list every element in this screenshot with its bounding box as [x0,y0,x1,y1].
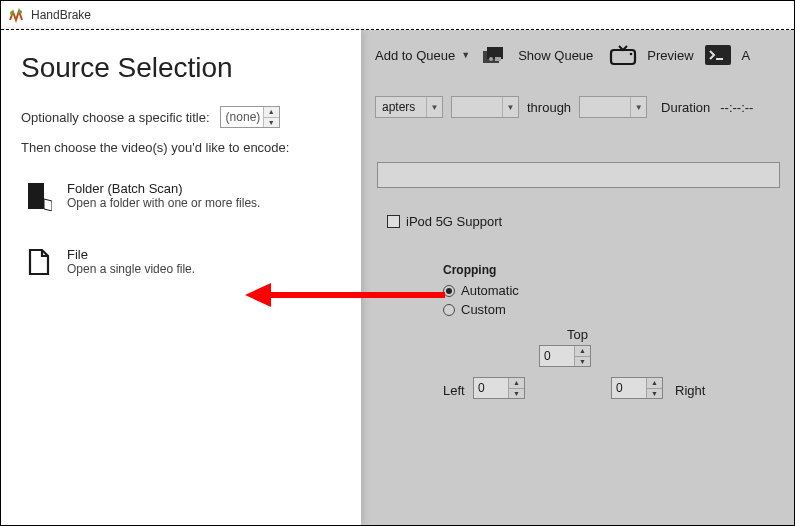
up-arrow-icon: ▲ [509,378,524,389]
cropping-auto-label: Automatic [461,283,519,298]
specific-title-spin[interactable]: (none) ▲▼ [220,106,280,128]
file-subtitle: Open a single video file. [67,262,195,276]
crop-top-label: Top [567,327,588,342]
folder-subtitle: Open a folder with one or more files. [67,196,260,210]
up-arrow-icon: ▲ [647,378,662,389]
duration-label: Duration [661,100,710,115]
duration-value: --:--:-- [720,100,753,115]
app-title: HandBrake [31,8,91,22]
crop-left-label: Left [443,383,465,398]
toolbar-extra-label: A [742,48,751,63]
cropping-header: Cropping [443,263,794,277]
range-end-dropdown[interactable]: ▼ [579,96,647,118]
source-selection-panel: Source Selection Optionally choose a spe… [1,30,361,525]
chapters-dropdown[interactable]: apters ▼ [375,96,443,118]
chevron-down-icon: ▼ [502,97,518,117]
svg-point-0 [10,11,14,15]
cropping-custom-label: Custom [461,302,506,317]
crop-right-spin[interactable]: 0 ▲▼ [611,377,663,399]
crop-left-spin[interactable]: 0 ▲▼ [473,377,525,399]
titlebar: HandBrake [1,1,794,29]
svg-marker-11 [44,199,52,211]
range-start-dropdown[interactable]: ▼ [451,96,519,118]
down-arrow-icon: ▼ [264,118,279,128]
svg-rect-10 [28,183,44,209]
cropping-custom-radio[interactable] [443,304,455,316]
handbrake-window: HandBrake Add to Queue ▼ [0,0,795,526]
source-path-field[interactable] [377,162,780,188]
specific-title-label: Optionally choose a specific title: [21,110,210,125]
up-arrow-icon: ▲ [264,107,279,118]
svg-rect-3 [487,47,503,59]
down-arrow-icon: ▼ [509,389,524,399]
svg-rect-8 [705,45,731,65]
panel-title: Source Selection [21,52,341,84]
show-queue-button[interactable]: Show Queue [518,48,593,63]
chevron-down-icon: ▼ [630,97,646,117]
folder-title: Folder (Batch Scan) [67,181,260,196]
svg-point-1 [18,10,22,14]
terminal-icon[interactable] [704,44,732,66]
tv-icon[interactable] [609,44,637,66]
queue-stack-icon[interactable] [480,44,508,66]
chevron-down-icon: ▼ [461,50,470,60]
open-folder-option[interactable]: Folder (Batch Scan) Open a folder with o… [21,173,341,225]
cropping-auto-radio[interactable] [443,285,455,297]
app-icon [7,6,25,24]
down-arrow-icon: ▼ [575,357,590,367]
svg-rect-6 [611,50,635,64]
ipod-label: iPod 5G Support [406,214,502,229]
down-arrow-icon: ▼ [647,389,662,399]
file-title: File [67,247,195,262]
open-file-option[interactable]: File Open a single video file. [21,239,341,291]
ipod-checkbox[interactable] [387,215,400,228]
encode-hint: Then choose the video(s) you'd like to e… [21,140,341,155]
add-to-queue-button[interactable]: Add to Queue ▼ [375,48,470,63]
svg-point-4 [489,57,493,61]
crop-top-spin[interactable]: 0 ▲▼ [539,345,591,367]
through-label: through [527,100,571,115]
chevron-down-icon: ▼ [426,97,442,117]
svg-rect-5 [495,57,501,61]
preview-button[interactable]: Preview [647,48,693,63]
svg-point-7 [630,53,633,56]
svg-rect-2 [483,51,499,63]
crop-right-label: Right [675,383,705,398]
file-icon [25,247,53,277]
folder-icon [25,181,53,211]
up-arrow-icon: ▲ [575,346,590,357]
